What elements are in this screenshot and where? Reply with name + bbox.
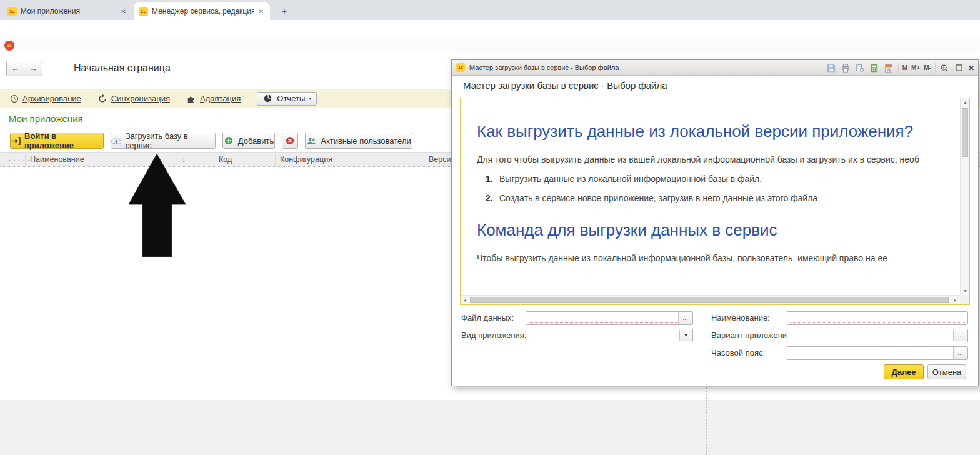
application-kind-select[interactable]: ▾ (526, 329, 693, 342)
enter-application-label: Войти в приложение (24, 131, 103, 150)
enter-application-button[interactable]: Войти в приложение (10, 132, 104, 149)
memory-store-button[interactable]: M (902, 64, 908, 71)
screen: 1с Мои приложения ✕ 1с Менеджер сервиса,… (0, 0, 980, 455)
form-boundary-line (706, 388, 707, 455)
scroll-left-icon[interactable]: ◄ (462, 298, 467, 302)
section-title: Мои приложения (9, 113, 83, 124)
help-step-2: 2.Создать в сервисе новое приложение, за… (477, 193, 960, 203)
scroll-right-icon[interactable]: ► (953, 298, 958, 302)
calculator-icon[interactable] (869, 62, 880, 73)
browser-tab-service-manager[interactable]: 1с Менеджер сервиса, редакция 1 ✕ (134, 2, 270, 20)
users-icon (306, 136, 317, 146)
upload-wizard-dialog: 1с Мастер загрузки базы в сервис - Выбор… (451, 59, 979, 386)
timezone-label: Часовой пояс: (711, 346, 765, 360)
enter-icon (11, 136, 21, 146)
sync-link[interactable]: Синхронизация (98, 93, 170, 104)
1c-logo-icon: 1с (4, 41, 14, 51)
next-button[interactable]: Далее (884, 364, 924, 379)
adaptation-link[interactable]: Адаптация (186, 93, 241, 104)
print-icon[interactable] (841, 62, 851, 73)
calendar-icon[interactable]: 31 (884, 62, 894, 73)
nav-back-button[interactable]: ← (6, 61, 24, 76)
new-tab-button[interactable]: + (278, 5, 291, 18)
annotation-arrow-up (129, 154, 187, 258)
help-step-1: 1.Выгрузить данные из локальной информац… (477, 174, 960, 184)
help-paragraph-1: Для того чтобы выгрузить данные из вашей… (477, 154, 960, 164)
1c-favicon: 1с (8, 7, 17, 16)
reports-button[interactable]: Отчеты ▾ (257, 92, 317, 106)
delete-button[interactable] (282, 132, 298, 149)
archive-label: Архивирование (22, 94, 81, 103)
step-number: 1. (486, 174, 499, 184)
column-configuration[interactable]: Конфигурация (280, 155, 332, 164)
tab-close-icon[interactable]: ✕ (120, 8, 128, 15)
dialog-window-title: Мастер загрузки базы в сервис - Выбор фа… (469, 64, 619, 71)
upload-database-button[interactable]: Загрузить базу в сервис (111, 132, 216, 149)
1c-favicon: 1с (139, 7, 148, 16)
archive-link[interactable]: Архивирование (9, 93, 81, 104)
column-name[interactable]: Наименование (30, 155, 84, 164)
horizontal-scroll-thumb[interactable] (470, 297, 949, 303)
step-text: Создать в сервисе новое приложение, загр… (499, 193, 820, 203)
scrollbar-corner (960, 295, 969, 304)
adaptation-label: Адаптация (200, 94, 241, 103)
scroll-up-icon[interactable]: ▲ (963, 100, 968, 104)
help-pane: Как выгрузить данные из локальной версии… (460, 98, 970, 305)
page-title: Начальная страница (74, 62, 171, 74)
help-paragraph-2: Чтобы выгрузить данные из локальной инфо… (477, 253, 960, 263)
nav-forward-button[interactable]: → (24, 61, 42, 76)
browser-tab-strip: 1с Мои приложения ✕ 1с Менеджер сервиса,… (0, 0, 980, 20)
choose-timezone-button[interactable]: ... (953, 348, 967, 359)
browse-file-button[interactable]: ... (678, 312, 692, 324)
horizontal-scrollbar[interactable]: ◄ ► (461, 295, 960, 304)
sync-label: Синхронизация (111, 94, 170, 103)
divider (898, 63, 899, 72)
data-file-input[interactable]: ... (526, 311, 693, 325)
tab-title: Мои приложения (21, 7, 116, 16)
column-code[interactable]: Код (219, 155, 232, 164)
app-header: 1с ▼ Менеджер сервиса, редакция 1.0 / Би… (0, 38, 980, 54)
svg-text:31: 31 (887, 67, 891, 71)
applications-toolbar: Войти в приложение Загрузить базу в серв… (10, 132, 412, 149)
required-underline (790, 322, 965, 323)
history-nav: ← → (6, 61, 42, 76)
clock-icon (9, 93, 19, 104)
add-button[interactable]: Добавить (222, 132, 275, 149)
pie-chart-icon (262, 93, 273, 104)
memory-subtract-button[interactable]: M- (924, 64, 931, 71)
browser-tab-my-apps[interactable]: 1с Мои приложения ✕ (2, 2, 132, 20)
add-label: Добавить (238, 136, 274, 146)
dropdown-arrow-icon[interactable]: ▾ (679, 330, 692, 341)
browser-address-bar: ← → ↻ https://1cfresh.com/a/adm/ru_RU/ (0, 20, 980, 38)
help-heading-2: Команда для выгрузки данных в сервис (477, 217, 914, 243)
scroll-down-icon[interactable]: ▼ (963, 289, 968, 293)
column-divider (209, 154, 209, 166)
print-preview-icon[interactable] (855, 62, 866, 73)
cancel-button[interactable]: Отмена (928, 364, 966, 379)
selection-column-header: . . . . . (9, 155, 30, 162)
vertical-scrollbar[interactable]: ▲ ▼ (960, 98, 969, 295)
plus-circle-icon (224, 136, 234, 146)
application-variant-input[interactable]: ... (787, 329, 968, 342)
memory-add-button[interactable]: M+ (911, 64, 920, 71)
active-users-button[interactable]: Активные пользователи (305, 132, 412, 149)
help-content: Как выгрузить данные из локальной версии… (461, 98, 960, 295)
vertical-scroll-thumb[interactable] (962, 108, 968, 157)
zoom-icon[interactable] (939, 62, 950, 73)
dialog-toolbar: 31 M M+ M- ✕ (826, 62, 974, 73)
application-kind-label: Вид приложения: (461, 329, 527, 342)
tab-close-icon[interactable]: ✕ (258, 8, 265, 15)
required-underline (529, 322, 677, 323)
column-divider (424, 154, 424, 166)
timezone-input[interactable]: ... (787, 346, 968, 360)
name-input[interactable] (787, 311, 968, 325)
save-icon[interactable] (826, 62, 837, 73)
maximize-icon[interactable] (954, 62, 964, 73)
active-users-label: Активные пользователи (321, 136, 411, 146)
choose-variant-button[interactable]: ... (953, 330, 967, 341)
refresh-icon (98, 93, 108, 104)
puzzle-icon (186, 93, 197, 104)
close-icon[interactable]: ✕ (968, 64, 974, 72)
dialog-title-bar[interactable]: 1с Мастер загрузки базы в сервис - Выбор… (452, 60, 978, 76)
chevron-down-icon: ▾ (309, 96, 311, 101)
